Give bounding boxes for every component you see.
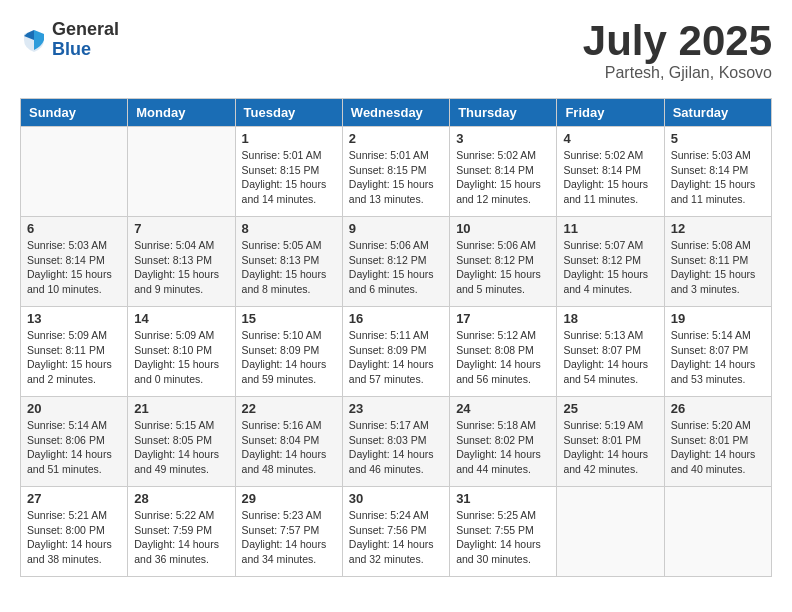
calendar-cell: 6Sunrise: 5:03 AM Sunset: 8:14 PM Daylig…	[21, 217, 128, 307]
day-detail: Sunrise: 5:04 AM Sunset: 8:13 PM Dayligh…	[134, 238, 228, 297]
day-number: 10	[456, 221, 550, 236]
calendar-cell	[557, 487, 664, 577]
calendar-cell: 2Sunrise: 5:01 AM Sunset: 8:15 PM Daylig…	[342, 127, 449, 217]
day-number: 18	[563, 311, 657, 326]
day-number: 27	[27, 491, 121, 506]
day-number: 19	[671, 311, 765, 326]
calendar-week-row: 6Sunrise: 5:03 AM Sunset: 8:14 PM Daylig…	[21, 217, 772, 307]
day-number: 30	[349, 491, 443, 506]
calendar-table: SundayMondayTuesdayWednesdayThursdayFrid…	[20, 98, 772, 577]
day-detail: Sunrise: 5:17 AM Sunset: 8:03 PM Dayligh…	[349, 418, 443, 477]
logo-text: General Blue	[52, 20, 119, 60]
day-detail: Sunrise: 5:02 AM Sunset: 8:14 PM Dayligh…	[563, 148, 657, 207]
day-number: 11	[563, 221, 657, 236]
day-detail: Sunrise: 5:09 AM Sunset: 8:11 PM Dayligh…	[27, 328, 121, 387]
location: Partesh, Gjilan, Kosovo	[583, 64, 772, 82]
day-of-week-header: Tuesday	[235, 99, 342, 127]
calendar-cell	[664, 487, 771, 577]
day-detail: Sunrise: 5:02 AM Sunset: 8:14 PM Dayligh…	[456, 148, 550, 207]
day-detail: Sunrise: 5:13 AM Sunset: 8:07 PM Dayligh…	[563, 328, 657, 387]
day-detail: Sunrise: 5:25 AM Sunset: 7:55 PM Dayligh…	[456, 508, 550, 567]
day-number: 26	[671, 401, 765, 416]
calendar-week-row: 27Sunrise: 5:21 AM Sunset: 8:00 PM Dayli…	[21, 487, 772, 577]
logo-icon	[20, 26, 48, 54]
calendar-cell: 21Sunrise: 5:15 AM Sunset: 8:05 PM Dayli…	[128, 397, 235, 487]
day-detail: Sunrise: 5:14 AM Sunset: 8:06 PM Dayligh…	[27, 418, 121, 477]
calendar-cell: 5Sunrise: 5:03 AM Sunset: 8:14 PM Daylig…	[664, 127, 771, 217]
day-number: 29	[242, 491, 336, 506]
calendar-cell: 12Sunrise: 5:08 AM Sunset: 8:11 PM Dayli…	[664, 217, 771, 307]
day-of-week-header: Monday	[128, 99, 235, 127]
day-number: 14	[134, 311, 228, 326]
calendar-cell: 31Sunrise: 5:25 AM Sunset: 7:55 PM Dayli…	[450, 487, 557, 577]
day-number: 7	[134, 221, 228, 236]
calendar-cell: 4Sunrise: 5:02 AM Sunset: 8:14 PM Daylig…	[557, 127, 664, 217]
day-detail: Sunrise: 5:20 AM Sunset: 8:01 PM Dayligh…	[671, 418, 765, 477]
calendar-cell: 29Sunrise: 5:23 AM Sunset: 7:57 PM Dayli…	[235, 487, 342, 577]
calendar-cell: 15Sunrise: 5:10 AM Sunset: 8:09 PM Dayli…	[235, 307, 342, 397]
day-detail: Sunrise: 5:12 AM Sunset: 8:08 PM Dayligh…	[456, 328, 550, 387]
calendar-cell: 7Sunrise: 5:04 AM Sunset: 8:13 PM Daylig…	[128, 217, 235, 307]
day-detail: Sunrise: 5:03 AM Sunset: 8:14 PM Dayligh…	[671, 148, 765, 207]
day-number: 16	[349, 311, 443, 326]
calendar-header-row: SundayMondayTuesdayWednesdayThursdayFrid…	[21, 99, 772, 127]
calendar-cell	[21, 127, 128, 217]
day-detail: Sunrise: 5:16 AM Sunset: 8:04 PM Dayligh…	[242, 418, 336, 477]
day-detail: Sunrise: 5:06 AM Sunset: 8:12 PM Dayligh…	[349, 238, 443, 297]
day-detail: Sunrise: 5:07 AM Sunset: 8:12 PM Dayligh…	[563, 238, 657, 297]
day-number: 25	[563, 401, 657, 416]
day-detail: Sunrise: 5:01 AM Sunset: 8:15 PM Dayligh…	[349, 148, 443, 207]
day-number: 17	[456, 311, 550, 326]
day-detail: Sunrise: 5:03 AM Sunset: 8:14 PM Dayligh…	[27, 238, 121, 297]
calendar-cell: 1Sunrise: 5:01 AM Sunset: 8:15 PM Daylig…	[235, 127, 342, 217]
day-number: 5	[671, 131, 765, 146]
calendar-cell: 18Sunrise: 5:13 AM Sunset: 8:07 PM Dayli…	[557, 307, 664, 397]
day-detail: Sunrise: 5:11 AM Sunset: 8:09 PM Dayligh…	[349, 328, 443, 387]
calendar-cell: 17Sunrise: 5:12 AM Sunset: 8:08 PM Dayli…	[450, 307, 557, 397]
day-of-week-header: Saturday	[664, 99, 771, 127]
calendar-week-row: 13Sunrise: 5:09 AM Sunset: 8:11 PM Dayli…	[21, 307, 772, 397]
day-of-week-header: Thursday	[450, 99, 557, 127]
calendar-cell: 9Sunrise: 5:06 AM Sunset: 8:12 PM Daylig…	[342, 217, 449, 307]
page-header: General Blue July 2025 Partesh, Gjilan, …	[20, 20, 772, 82]
day-detail: Sunrise: 5:01 AM Sunset: 8:15 PM Dayligh…	[242, 148, 336, 207]
day-number: 2	[349, 131, 443, 146]
day-detail: Sunrise: 5:23 AM Sunset: 7:57 PM Dayligh…	[242, 508, 336, 567]
day-detail: Sunrise: 5:06 AM Sunset: 8:12 PM Dayligh…	[456, 238, 550, 297]
day-number: 13	[27, 311, 121, 326]
day-detail: Sunrise: 5:24 AM Sunset: 7:56 PM Dayligh…	[349, 508, 443, 567]
calendar-cell: 8Sunrise: 5:05 AM Sunset: 8:13 PM Daylig…	[235, 217, 342, 307]
calendar-cell	[128, 127, 235, 217]
day-number: 3	[456, 131, 550, 146]
calendar-cell: 23Sunrise: 5:17 AM Sunset: 8:03 PM Dayli…	[342, 397, 449, 487]
calendar-cell: 19Sunrise: 5:14 AM Sunset: 8:07 PM Dayli…	[664, 307, 771, 397]
calendar-cell: 16Sunrise: 5:11 AM Sunset: 8:09 PM Dayli…	[342, 307, 449, 397]
calendar-cell: 25Sunrise: 5:19 AM Sunset: 8:01 PM Dayli…	[557, 397, 664, 487]
calendar-week-row: 20Sunrise: 5:14 AM Sunset: 8:06 PM Dayli…	[21, 397, 772, 487]
day-of-week-header: Wednesday	[342, 99, 449, 127]
day-number: 1	[242, 131, 336, 146]
day-number: 22	[242, 401, 336, 416]
calendar-cell: 24Sunrise: 5:18 AM Sunset: 8:02 PM Dayli…	[450, 397, 557, 487]
day-number: 31	[456, 491, 550, 506]
title-block: July 2025 Partesh, Gjilan, Kosovo	[583, 20, 772, 82]
day-detail: Sunrise: 5:08 AM Sunset: 8:11 PM Dayligh…	[671, 238, 765, 297]
month-title: July 2025	[583, 20, 772, 62]
calendar-week-row: 1Sunrise: 5:01 AM Sunset: 8:15 PM Daylig…	[21, 127, 772, 217]
day-detail: Sunrise: 5:19 AM Sunset: 8:01 PM Dayligh…	[563, 418, 657, 477]
day-detail: Sunrise: 5:14 AM Sunset: 8:07 PM Dayligh…	[671, 328, 765, 387]
calendar-cell: 26Sunrise: 5:20 AM Sunset: 8:01 PM Dayli…	[664, 397, 771, 487]
day-number: 15	[242, 311, 336, 326]
day-number: 4	[563, 131, 657, 146]
calendar-cell: 30Sunrise: 5:24 AM Sunset: 7:56 PM Dayli…	[342, 487, 449, 577]
day-of-week-header: Sunday	[21, 99, 128, 127]
day-number: 21	[134, 401, 228, 416]
calendar-cell: 11Sunrise: 5:07 AM Sunset: 8:12 PM Dayli…	[557, 217, 664, 307]
logo-blue: Blue	[52, 40, 119, 60]
day-detail: Sunrise: 5:05 AM Sunset: 8:13 PM Dayligh…	[242, 238, 336, 297]
calendar-cell: 14Sunrise: 5:09 AM Sunset: 8:10 PM Dayli…	[128, 307, 235, 397]
day-detail: Sunrise: 5:09 AM Sunset: 8:10 PM Dayligh…	[134, 328, 228, 387]
day-number: 28	[134, 491, 228, 506]
day-number: 24	[456, 401, 550, 416]
day-detail: Sunrise: 5:15 AM Sunset: 8:05 PM Dayligh…	[134, 418, 228, 477]
